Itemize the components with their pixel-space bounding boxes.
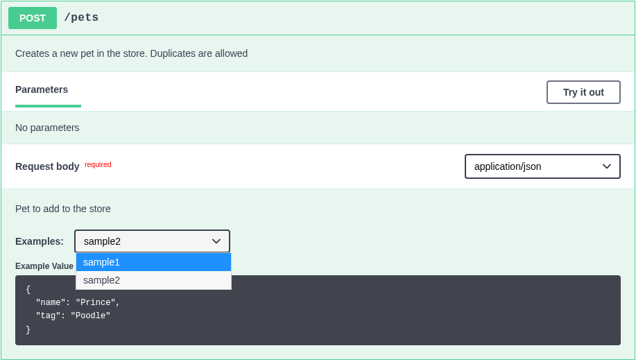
operation-header[interactable]: POST /pets	[1, 1, 635, 35]
request-body-title: Request body	[15, 161, 80, 172]
dropdown-option[interactable]: sample1	[76, 253, 231, 271]
examples-selected-value: sample2	[84, 236, 121, 247]
try-it-out-button[interactable]: Try it out	[547, 80, 621, 104]
operation-description: Creates a new pet in the store. Duplicat…	[1, 35, 635, 71]
required-tag: required	[85, 160, 112, 168]
parameters-title: Parameters	[15, 84, 68, 101]
dropdown-option[interactable]: sample2	[76, 271, 231, 289]
chevron-down-icon	[212, 239, 221, 244]
operation-block: POST /pets Creates a new pet in the stor…	[1, 1, 635, 360]
examples-label: Examples:	[15, 236, 64, 247]
chevron-down-icon	[603, 164, 611, 169]
request-body-section: Pet to add to the store Examples: sample…	[1, 189, 635, 359]
parameters-header: Parameters Try it out	[1, 71, 635, 112]
content-type-select[interactable]: application/json	[465, 154, 621, 179]
examples-select[interactable]: sample2 sample1sample2	[74, 229, 230, 253]
method-badge: POST	[8, 7, 57, 29]
content-type-value: application/json	[474, 161, 542, 172]
operation-path: /pets	[64, 12, 99, 24]
request-body-header: Request body required application/json	[1, 144, 635, 189]
request-body-title-wrapper: Request body required	[15, 160, 112, 173]
request-body-description: Pet to add to the store	[15, 203, 621, 214]
parameters-content: No parameters	[1, 112, 635, 144]
examples-row: Examples: sample2 sample1sample2	[15, 229, 621, 253]
examples-dropdown: sample1sample2	[76, 252, 232, 290]
